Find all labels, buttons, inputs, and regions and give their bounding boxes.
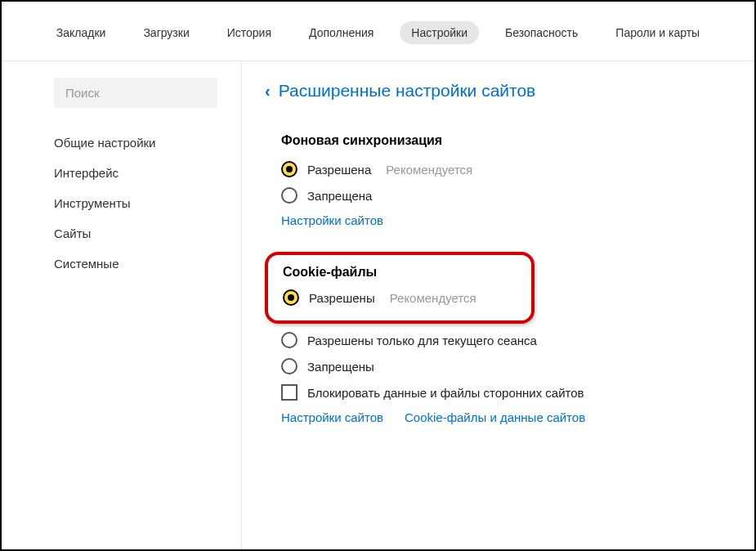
section-background-sync: Фоновая синхронизация Разрешена Рекоменд… [265, 133, 722, 227]
chevron-left-icon: ‹ [265, 82, 271, 101]
search-input[interactable] [65, 86, 206, 100]
cookies-block-third-option[interactable]: Блокировать данные и файлы сторонних сай… [281, 384, 722, 401]
search-box[interactable] [54, 78, 217, 108]
checkbox-icon [281, 384, 297, 401]
sync-denied-option[interactable]: Запрещена [281, 187, 722, 204]
nav-downloads[interactable]: Загрузки [132, 21, 200, 44]
nav-security[interactable]: Безопасность [494, 21, 589, 44]
radio-icon [283, 289, 299, 306]
cookies-block-third-label: Блокировать данные и файлы сторонних сай… [307, 386, 584, 400]
nav-bookmarks[interactable]: Закладки [45, 21, 118, 44]
cookies-data-link[interactable]: Cookie-файлы и данные сайтов [405, 410, 585, 424]
sync-allowed-option[interactable]: Разрешена Рекомендуется [281, 161, 722, 177]
sidebar-item-sites[interactable]: Сайты [54, 218, 241, 249]
cookies-sites-settings-link[interactable]: Настройки сайтов [281, 410, 383, 424]
nav-passwords[interactable]: Пароли и карты [604, 21, 711, 44]
main-panel: ‹ Расширенные настройки сайтов Фоновая с… [242, 61, 754, 551]
settings-sidebar: Общие настройки Интерфейс Инструменты Са… [38, 61, 242, 551]
cookies-session-label: Разрешены только для текущего сеанса [307, 334, 537, 347]
radio-icon [281, 187, 297, 204]
cookies-title: Cookie-файлы [283, 265, 517, 280]
nav-addons[interactable]: Дополнения [297, 21, 385, 44]
sync-title: Фоновая синхронизация [281, 133, 722, 148]
cookies-denied-label: Запрещены [307, 360, 374, 374]
cookies-session-option[interactable]: Разрешены только для текущего сеанса [281, 332, 722, 348]
sync-allowed-label: Разрешена [307, 163, 371, 177]
cookies-denied-option[interactable]: Запрещены [281, 358, 722, 374]
cookies-allowed-label: Разрешены [309, 291, 375, 305]
top-nav: Закладки Загрузки История Дополнения Нас… [2, 2, 754, 61]
sidebar-item-system[interactable]: Системные [54, 249, 241, 279]
cookies-allowed-option[interactable]: Разрешены Рекомендуется [283, 289, 517, 306]
cookies-recommended-hint: Рекомендуется [390, 291, 476, 305]
breadcrumb-title: Расширенные настройки сайтов [279, 81, 536, 101]
cookies-highlight: Cookie-файлы Разрешены Рекомендуется [265, 252, 535, 324]
breadcrumb-back[interactable]: ‹ Расширенные настройки сайтов [265, 81, 722, 101]
nav-settings[interactable]: Настройки [400, 21, 479, 44]
section-cookies: Cookie-файлы Разрешены Рекомендуется Раз… [265, 252, 722, 424]
sync-sites-settings-link[interactable]: Настройки сайтов [281, 213, 383, 227]
radio-icon [281, 358, 297, 374]
sync-recommended-hint: Рекомендуется [386, 163, 472, 177]
sync-denied-label: Запрещена [307, 189, 372, 203]
sidebar-item-tools[interactable]: Инструменты [54, 188, 241, 218]
radio-icon [281, 161, 297, 177]
nav-history[interactable]: История [216, 21, 283, 44]
sidebar-item-interface[interactable]: Интерфейс [54, 158, 241, 188]
radio-icon [281, 332, 297, 348]
sidebar-item-general[interactable]: Общие настройки [54, 128, 241, 158]
